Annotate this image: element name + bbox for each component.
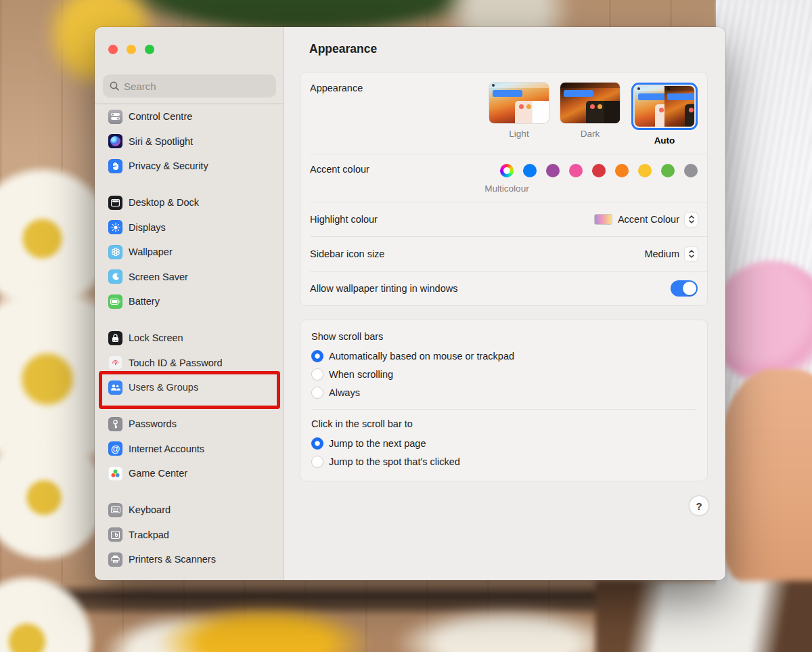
accent-swatch-red[interactable] — [592, 164, 606, 177]
accent-swatch-yellow[interactable] — [638, 164, 652, 177]
accent-swatch-pink[interactable] — [569, 164, 583, 177]
sidebar-item-battery[interactable]: Battery — [95, 289, 284, 314]
sidebar-item-lock-screen[interactable]: Lock Screen — [95, 326, 284, 351]
sidebar-item-wallpaper[interactable]: Wallpaper — [95, 240, 284, 265]
auto-option-label: Auto — [654, 135, 675, 146]
sidebar-item-internet-accounts[interactable]: @ Internet Accounts — [95, 437, 284, 462]
sidebar-item-touch-id[interactable]: Touch ID & Password — [95, 351, 284, 376]
wallpaper-fur — [716, 0, 812, 596]
sidebar-item-passwords[interactable]: Passwords — [95, 412, 284, 437]
system-settings-window: Control Centre Siri & Spotlight Privacy … — [95, 27, 725, 580]
screen-saver-icon — [108, 269, 122, 284]
sidebar-item-siri-spotlight[interactable]: Siri & Spotlight — [95, 129, 284, 154]
appearance-row-label: Appearance — [310, 83, 363, 93]
sidebar-group: Control Centre Siri & Spotlight Privacy … — [95, 104, 284, 179]
wallpaper-daisy — [0, 433, 108, 562]
wallpaper-tinting-label: Allow wallpaper tinting in windows — [310, 283, 457, 294]
sidebar-item-label: Keyboard — [129, 504, 171, 515]
show-scroll-bars-heading: Show scroll bars — [311, 329, 696, 347]
accent-selected-caption: Multicolour — [500, 183, 514, 194]
sidebar: Control Centre Siri & Spotlight Privacy … — [95, 27, 284, 580]
page-title: Appearance — [300, 27, 708, 56]
sidebar-item-label: Control Centre — [129, 111, 192, 122]
search-input[interactable] — [124, 81, 269, 92]
wallpaper-petals — [102, 613, 264, 652]
sidebar-item-users-groups[interactable]: Users & Groups — [95, 375, 284, 400]
sidebar-item-control-centre[interactable]: Control Centre — [95, 104, 284, 129]
appearance-option-dark[interactable]: Dark — [560, 83, 620, 146]
sidebar-item-screen-saver[interactable]: Screen Saver — [95, 265, 284, 290]
radio-selected-icon — [311, 350, 323, 362]
sidebar-item-label: Passwords — [129, 418, 177, 429]
dark-mode-thumbnail — [560, 83, 620, 123]
appearance-pane: Appearance Appearance Light — [284, 27, 725, 580]
sidebar-icon-size-value: Medium — [644, 248, 679, 259]
search-field[interactable] — [103, 74, 276, 97]
scroll-bars-card: Show scroll bars Automatically based on … — [300, 320, 708, 481]
highlight-colour-stepper[interactable] — [685, 213, 698, 227]
sidebar-group: Desktop & Dock Displays Wallpaper Screen… — [95, 190, 284, 314]
sidebar-item-label: Privacy & Security — [129, 160, 208, 171]
minimize-button[interactable] — [127, 45, 136, 54]
internet-accounts-icon: @ — [108, 441, 122, 456]
appearance-option-light[interactable]: Light — [489, 83, 549, 146]
dark-option-label: Dark — [581, 129, 600, 139]
accent-swatch-grey[interactable] — [684, 164, 698, 177]
radio-label: Jump to the next page — [329, 438, 426, 449]
highlight-colour-value: Accent Colour — [618, 214, 679, 225]
privacy-security-icon — [108, 159, 122, 173]
sidebar-item-printers-scanners[interactable]: Printers & Scanners — [95, 547, 284, 572]
traffic-lights — [108, 45, 154, 54]
accent-swatch-blue[interactable] — [523, 164, 537, 177]
radio-jump-next-page[interactable]: Jump to the next page — [311, 434, 696, 452]
game-center-icon — [108, 466, 122, 481]
sidebar-icon-size-stepper[interactable] — [685, 247, 698, 261]
passwords-icon — [108, 417, 122, 431]
radio-label: Jump to the spot that's clicked — [329, 456, 460, 467]
sidebar-item-label: Screen Saver — [129, 271, 188, 282]
highlight-colour-label: Highlight colour — [310, 214, 378, 225]
desktop-dock-icon — [108, 196, 122, 210]
sidebar-item-privacy-security[interactable]: Privacy & Security — [95, 154, 284, 179]
search-icon — [110, 81, 119, 91]
accent-swatch-green[interactable] — [661, 164, 675, 177]
at-glyph: @ — [111, 443, 120, 454]
wallpaper-pink-yarn — [710, 261, 812, 386]
zoom-button[interactable] — [145, 45, 154, 54]
radio-always[interactable]: Always — [311, 383, 696, 401]
radio-jump-to-spot[interactable]: Jump to the spot that's clicked — [311, 452, 696, 471]
sidebar-item-keyboard[interactable]: Keyboard — [95, 498, 284, 523]
section-divider — [311, 409, 696, 410]
sidebar-item-label: Internet Accounts — [129, 443, 204, 454]
sidebar-item-label: Trackpad — [129, 529, 169, 540]
sidebar-item-displays[interactable]: Displays — [95, 215, 284, 240]
sidebar-group: Passwords @ Internet Accounts Game Cente… — [95, 412, 284, 486]
sidebar-item-trackpad[interactable]: Trackpad — [95, 523, 284, 548]
help-button[interactable]: ? — [690, 496, 708, 515]
accent-swatch-multicolour[interactable] — [500, 164, 514, 177]
wallpaper-tinting-toggle[interactable] — [671, 280, 698, 297]
wallpaper-icon — [108, 245, 122, 259]
accent-swatch-purple[interactable] — [546, 164, 560, 177]
radio-automatically[interactable]: Automatically based on mouse or trackpad — [311, 347, 696, 365]
light-option-label: Light — [509, 129, 528, 139]
wallpaper-dark-plank — [0, 584, 812, 616]
users-groups-icon — [108, 381, 122, 395]
radio-label: Always — [329, 387, 360, 398]
sidebar-item-game-center[interactable]: Game Center — [95, 461, 284, 486]
accent-swatch-orange[interactable] — [615, 164, 629, 177]
appearance-option-auto[interactable]: Auto — [631, 83, 698, 146]
radio-when-scrolling[interactable]: When scrolling — [311, 365, 696, 383]
accent-colour-controls: Multicolour — [500, 164, 698, 194]
chevron-up-down-icon — [688, 215, 695, 224]
radio-label: Automatically based on mouse or trackpad — [329, 351, 514, 362]
appearance-mode-row: Appearance Light Dar — [300, 72, 707, 154]
printers-scanners-icon — [108, 552, 122, 567]
sidebar-item-label: Users & Groups — [129, 382, 198, 393]
appearance-mode-options: Light Dark — [489, 83, 698, 146]
wallpaper-tinting-row: Allow wallpaper tinting in windows — [300, 271, 707, 305]
sidebar-item-desktop-dock[interactable]: Desktop & Dock — [95, 190, 284, 215]
sidebar-group: Keyboard Trackpad Printers & Scanners — [95, 498, 284, 572]
toggle-knob — [683, 282, 696, 295]
close-button[interactable] — [108, 45, 118, 54]
